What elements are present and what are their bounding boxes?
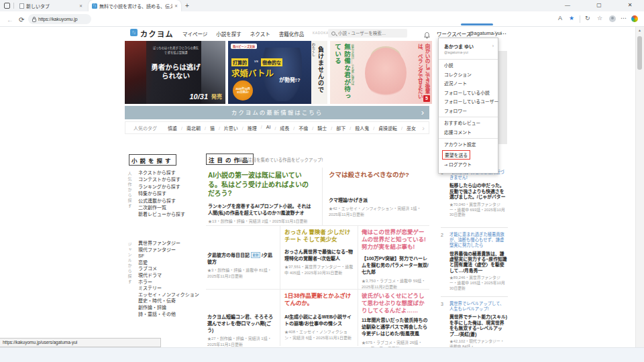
tab-close-icon[interactable]: ✕ [79,3,83,8]
copilot-icon[interactable] [631,15,638,22]
work-title-link[interactable]: クマ理論/かげき派 [329,197,428,204]
sidebar-item[interactable]: 新着レビューから探す [138,211,185,218]
back-icon[interactable]: ← [7,16,13,23]
sidebar-item[interactable]: コンテストから探す [138,176,185,183]
work-title-link[interactable]: ランキングを席巻するAIプロンプト小説。それは人間(私)の作品を超えているのか?… [208,203,314,217]
sidebar-item[interactable]: ミステリー [138,285,199,292]
news-banner[interactable]: カクヨムの最新情報はこちら › [125,106,429,119]
nav-published-works[interactable]: 書籍化作品 [279,30,305,38]
review-link[interactable]: 才能に恵まれ過ぎた極悪貴族が、油断も慢心もせず、謙虚堅実に努力したら [449,232,508,249]
add-favorite-icon[interactable]: ☆ [597,15,602,21]
menu-item-followed-users[interactable]: フォローしているユーザー [439,97,498,107]
history-icon[interactable]: ↻ [585,15,590,21]
site-search-box[interactable] [328,29,407,38]
work-title-link[interactable]: 転移したら山の中だった。反動で強さよりも快適さを選びました。/じゃがバター [449,183,508,200]
work-title-link[interactable]: AI生成小説によるWEB小説サイトの崩壊/お仕事中の情シス [284,314,354,327]
maximize-button[interactable]: ▢ [590,2,608,8]
sidebar-item[interactable]: 歴史・時代・伝奇 [138,298,199,304]
menu-item-logout[interactable]: ⇥ログアウト [439,160,498,170]
read-aloud-icon[interactable]: A [558,15,562,21]
work-title-link[interactable]: おっさん異世界で最強になる~物理特化の覚醒者~/次佐駆人 [284,249,354,262]
search-input[interactable] [338,31,404,36]
menu-item-account-settings[interactable]: アカウント設定 [439,140,498,149]
kakuyomu-logo-text[interactable]: カクヨム [140,28,174,39]
work-title-link[interactable]: 【100万PV突破】努力でハーレムを掴む男のパラメーター無双/七九郎 [362,255,429,276]
sidebar-item[interactable]: 現代ファンタジー [138,247,199,253]
close-button[interactable]: ✕ [621,2,639,8]
sidebar-item[interactable]: エッセイ・ノンフィクション [138,292,199,298]
book-cover-1[interactable]: ぼっちのはぐれ者が ひとひらの勇気で 絆を結ぶ冒険譚 勇者からは逃げられない 1… [125,41,225,104]
menu-item-reviews[interactable]: おすすめレビュー [439,119,498,128]
tag-link[interactable]: 不倫 [293,125,308,131]
nav-find-novels[interactable]: 小説を探す [216,30,241,38]
tag-link[interactable]: 騎士 [312,125,327,131]
work-catch-link[interactable]: おっさん 冒険者 少しだけチート そして美少女 [284,229,354,243]
menu-item-followed-novels[interactable]: フォローしている小説 [439,88,498,98]
chevron-right-icon[interactable]: › [422,124,425,132]
work-title-link[interactable]: 夕凪彼方の毎日日記更新/夕凪彼方 [207,252,276,265]
sidebar-item[interactable]: 創作論・評論 [138,304,199,311]
browser-tab-kakuyomu[interactable]: 「」 無料で小説を書ける、読める、伝えら… ✕ [89,0,181,11]
sidebar-item[interactable]: SF [138,253,199,259]
sidebar-item[interactable]: ホラー [138,279,199,286]
sidebar-item[interactable]: 特集から探す [138,190,185,197]
work-catch-link[interactable]: AI小説の第一波は既に届いている。私はどう受け止めればよいのだろう? [208,171,314,198]
menu-item-status-notes[interactable]: 近況ノート [439,79,498,88]
work-catch-link[interactable]: 俺はこの世界が恋愛ゲームの世界だと知っている!努力が実を結ぶ事も! [362,229,429,251]
browser-profile-icon[interactable] [609,15,616,22]
account-menu-trigger[interactable]: @agatuma-yui [469,30,502,36]
nav-mypage[interactable]: マイページ [182,30,207,38]
notifications-bell-icon[interactable] [424,29,430,42]
site-more-icon[interactable]: ⋯ [500,30,506,37]
work-catch-link[interactable]: 1日38作品更新とかふざけてんのか。 [284,292,354,307]
tag-link[interactable]: 巫女 [401,125,416,131]
browser-tab-newtab[interactable]: 新しいタブ ✕ [16,0,86,11]
sidebar-item[interactable]: 公式連載から探す [138,198,185,204]
sidebar-item[interactable]: 恋愛 [138,259,199,266]
nav-next[interactable]: ネクスト [250,30,270,38]
tag-link[interactable]: 殺人鬼 [350,125,369,131]
work-title-link[interactable]: 異世界でチート能力(スキル)を手にした俺は、現実世界をも無双する~レベルアップ…… [449,314,508,337]
tag-link[interactable]: 貞操逆転 [373,125,397,131]
menu-item-comments[interactable]: 応援コメント [439,128,498,137]
menu-item-send-feedback[interactable]: 要望を送る [439,149,498,160]
scrollbar-up-icon[interactable]: ▴ [635,27,644,32]
work-title-link[interactable]: カクヨム短編コン君、そろそろ選んでオレを/野口マッハ剛(ごう) [207,314,276,334]
menu-item-collections[interactable]: コレクション [439,70,498,80]
dropdown-user-header[interactable]: あかつま ゆい @agatuma-yui › [439,38,498,58]
address-bar[interactable]: https://kakuyomu.jp [28,14,91,24]
work-title-link[interactable]: 11年間片思いだった彼氏持ちの幼馴染と通学バスで再会したら今更デレはじめた/街風… [362,317,429,337]
menu-item-followers[interactable]: フォロワー [439,107,498,116]
tag-link[interactable]: 猫 [205,125,215,131]
refresh-icon[interactable]: ⟳ [19,16,24,23]
tag-link[interactable]: 部下 [331,125,345,131]
review-link[interactable]: 異世界でレベルアップして、人生もレベルアップ! [449,301,508,312]
work-catch-link[interactable]: 彼氏がいるくせにどうして思わせぶりな態度ばかりしてくるんだよ…… [362,292,429,314]
tag-link[interactable]: AI [261,125,271,131]
menu-item-novels[interactable]: 小説 [439,61,498,70]
sidebar-item[interactable]: 二次創作一覧 [138,204,185,211]
sidebar-item[interactable]: ネクストから探す [138,170,185,176]
sidebar-item[interactable]: ラブコメ [138,265,199,272]
book-cover-2[interactable]: 角川ビーンズ文庫 打算的 vs 宿命的な 求婚バトル が勃発!? 2025年10… [228,41,327,104]
new-tab-button[interactable]: + [185,2,189,9]
work-title-link[interactable]: 世界最強の極悪貴族は、謙虚堅実に努力する~原作知識と固有魔法〈虚空〉を駆使して…… [449,251,508,274]
tag-link[interactable]: 成長 [274,125,289,131]
favorites-star-icon[interactable]: ★ [569,15,574,21]
sidebar-item[interactable]: 異世界ファンタジー [138,240,199,247]
kakuyomu-logo-icon[interactable]: 「」 [130,29,138,36]
tag-link[interactable]: 慎重 [168,125,177,131]
browser-menu-icon[interactable]: ⋯ [621,15,627,21]
tab-actions-icon[interactable] [4,3,10,9]
scrollbar-thumb[interactable] [637,36,642,70]
workspace-link[interactable]: ワークスペース [437,30,471,38]
sidebar-item[interactable]: ランキングから探す [138,184,185,190]
sidebar-item[interactable]: 現代ドラマ [138,272,199,279]
book-cover-3[interactable]: 疲れる毎日——でも家に帰れば、 無防備な君が待っている 向かいのしごでき後輩は、… [330,41,432,104]
tag-link[interactable]: 推理 [242,125,257,131]
page-scrollbar[interactable] [635,27,644,347]
tag-link[interactable]: 片思い [219,125,238,131]
minimize-button[interactable]: — [559,2,576,8]
tag-link[interactable]: 南北朝 [181,125,201,131]
tab-close-icon[interactable]: ✕ [174,3,178,8]
